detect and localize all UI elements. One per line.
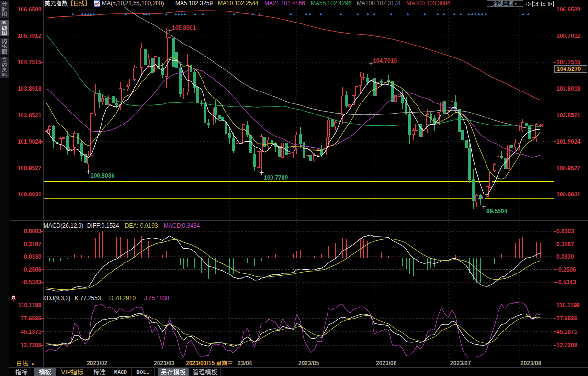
price-annotation: 104.7015 [373, 57, 397, 64]
price-annotation: 100.7789 [264, 174, 288, 181]
crosshair-date-label: 2023/03/15 [186, 360, 238, 366]
date-label: 2023/08 [520, 360, 541, 366]
kdj-d-value: D:78.2910 [109, 295, 136, 302]
axis-label: 100.9527 [556, 165, 587, 171]
last-price-marker [541, 124, 544, 127]
period-label [16, 360, 28, 367]
axis-label: -0.5343 [556, 279, 587, 285]
axis-label: 101.9024 [11, 139, 42, 145]
axis-label: 105.7012 [556, 33, 587, 39]
axis-label: 12.7208 [556, 342, 587, 349]
axis-label: 100.0031 [556, 192, 587, 198]
axis-label: 110.1199 [556, 302, 587, 308]
ma10-value: MA10:102.2544 [218, 0, 259, 7]
axis-label: 0.6003 [556, 228, 587, 235]
triangle-up-icon: ▲ [30, 361, 35, 366]
theme-dropdown-label [493, 1, 514, 7]
period-tag [68, 0, 90, 7]
axis-label: 0.3167 [556, 241, 587, 248]
date-label: 2023/03 [154, 360, 174, 366]
sidebar-tab-time-chart[interactable] [0, 1, 9, 18]
date-label: 2023/07 [450, 360, 471, 366]
axis-label: 45.1871 [11, 329, 42, 335]
kdj-k-value: K:77.2553 [75, 295, 101, 302]
axis-label: 103.8018 [11, 86, 42, 92]
ma200-value: MA200:103.3886 [407, 0, 450, 7]
axis-label: 102.8521 [11, 113, 42, 119]
crosshair-price-badge: 104.5270 [554, 65, 587, 73]
toolbar-macd[interactable]: MACD [110, 368, 132, 376]
axis-label: 106.6509 [11, 7, 42, 13]
chart-canvas[interactable] [0, 0, 588, 376]
kdj-params: KDJ(9,3,3) [43, 295, 70, 302]
price-annotation: 105.8901 [172, 24, 196, 31]
axis-label: -0.2506 [11, 267, 42, 273]
kdj-j-value: J:75.1838 [144, 295, 170, 302]
axis-label: 0.6003 [11, 228, 42, 235]
axis-label: 100.0031 [11, 192, 42, 198]
ma5-value: MA5:102.3259 [175, 0, 213, 7]
axis-label: 45.1871 [556, 329, 587, 335]
axis-label: -0.5343 [11, 279, 42, 285]
axis-label: 0.0330 [556, 254, 587, 260]
theme-dropdown[interactable]: ▼ [487, 0, 523, 7]
period-selector[interactable]: ▲ [16, 360, 35, 367]
chevron-down-icon: ▼ [514, 2, 518, 6]
axis-label: 105.7012 [11, 33, 42, 39]
toolbar-templates[interactable] [34, 368, 56, 376]
ma55-value: MA55:102.4296 [311, 0, 351, 7]
macd-dea-value: DEA:-0.0193 [125, 222, 158, 229]
sidebar-tab-contract-info[interactable] [0, 57, 9, 78]
axis-label: 101.9024 [556, 139, 587, 145]
instrument-title [45, 0, 68, 7]
panel-borders [0, 0, 588, 368]
shift-right-icon[interactable] [547, 0, 554, 7]
toolbar-boll[interactable]: BOLL [132, 368, 155, 376]
axis-label: 12.7208 [11, 342, 42, 349]
axis-label: -0.2506 [556, 267, 587, 273]
candles-layer [45, 28, 542, 209]
pan-mode-icon[interactable] [525, 0, 531, 7]
toolbar-manage-templates[interactable] [189, 368, 221, 376]
axis-label: 77.6535 [11, 316, 42, 322]
axis-label: 0.0330 [11, 254, 42, 260]
macd-macd-value: MACD:0.3434 [164, 222, 200, 229]
date-label: 2023/06 [376, 360, 396, 366]
axis-label: 104.7515 [11, 59, 42, 66]
toolbar-vip-indicators[interactable]: VIP [56, 368, 89, 376]
ma21-value: MA21:101.4166 [264, 0, 305, 7]
axis-label: 103.8018 [556, 86, 587, 92]
date-label: 2023/05 [298, 360, 319, 366]
compress-kline-icon[interactable] [532, 0, 539, 7]
axis-label: 102.8521 [556, 113, 587, 119]
kdj-header: KDJ(9,3,3) K:77.2553 D:78.2910 J:75.1838 [43, 296, 176, 302]
toolbar-save-template[interactable] [158, 368, 189, 376]
expand-kline-icon[interactable] [540, 0, 546, 7]
sidebar-tab-flash-chart[interactable] [0, 38, 9, 55]
bottom-toolbar: VIPMACDBOLL [10, 368, 221, 376]
price-annotation: 100.8036 [90, 172, 114, 179]
ma100-value: MA100:102.3178 [357, 0, 400, 7]
date-label: 2023/02 [87, 360, 107, 366]
toolbar-indicators[interactable] [10, 368, 34, 376]
toolbar-standard[interactable] [89, 368, 110, 376]
indicator-settings-icon[interactable] [10, 295, 17, 303]
indicator-icon [94, 0, 100, 7]
macd-diff-value: DIFF:0.1524 [87, 222, 119, 229]
axis-label: 106.6509 [556, 7, 587, 13]
kdj-lines [46, 302, 541, 360]
sidebar-tab-kline-chart[interactable]: K [0, 20, 9, 36]
price-annotation: 99.5504 [486, 208, 507, 215]
macd-params: MACD(26,12,9) [44, 222, 83, 229]
axis-label: 100.9527 [11, 165, 42, 171]
axis-label: 0.3167 [11, 241, 42, 248]
macd-header: MACD(26,12,9) DIFF:0.1524 DEA:-0.0193 MA… [44, 223, 204, 229]
app-window: {"sidebar":{"tabs":[{"id":"time-chart","… [0, 0, 588, 376]
left-sidebar: K [0, 0, 9, 376]
axis-label: 77.6535 [556, 316, 587, 322]
ma-params: MA(5,10,21,55,100,200) [102, 0, 164, 7]
